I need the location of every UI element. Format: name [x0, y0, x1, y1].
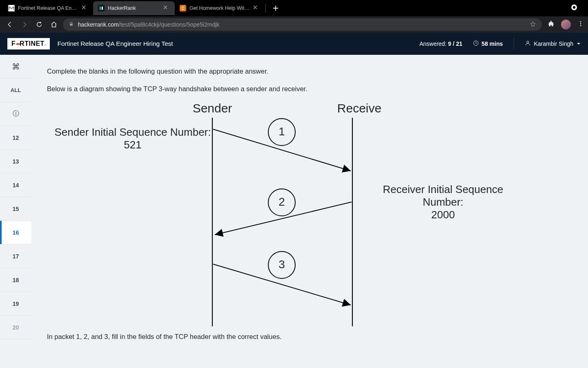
extensions-icon[interactable]: [548, 20, 555, 29]
tab-title: Fortinet Release QA Engineer H: [18, 5, 78, 11]
toolbar-right: [548, 20, 584, 29]
sidebar-all-button[interactable]: ALL: [0, 79, 31, 102]
svg-rect-3: [102, 7, 103, 10]
close-icon[interactable]: [163, 5, 170, 11]
user-name: Karambir Singh: [534, 40, 574, 47]
svg-rect-8: [70, 24, 73, 26]
back-button[interactable]: [4, 19, 16, 30]
fortinet-logo: F▪▪▪RTINET.: [7, 38, 50, 49]
star-icon[interactable]: [530, 21, 536, 29]
separator: [514, 38, 514, 50]
svg-rect-2: [100, 7, 101, 10]
header-right: Answered: 9 / 21 58 mins Karambir Singh: [419, 38, 581, 50]
tab-separator: [265, 4, 266, 13]
question-content: Complete the blanks in the following que…: [31, 55, 588, 368]
sidebar-q14[interactable]: 14: [0, 173, 31, 197]
sidebar-q18[interactable]: 18: [0, 268, 31, 292]
question-sidebar: ⌘ ALL ⓘ 12 13 14 15 16 17 18 19 20: [0, 55, 31, 368]
hackerrank-icon: [98, 5, 105, 11]
forward-button[interactable]: [19, 19, 30, 30]
lock-icon: [69, 21, 74, 28]
sidebar-q17[interactable]: 17: [0, 245, 31, 268]
time-remaining: 58 mins: [473, 40, 503, 47]
user-icon: [525, 40, 531, 47]
sidebar-q15[interactable]: 15: [0, 197, 31, 221]
tab-gmail[interactable]: Fortinet Release QA Engineer H: [3, 1, 93, 15]
sidebar-q16[interactable]: 16: [0, 221, 31, 245]
profile-avatar[interactable]: [561, 20, 571, 29]
sidebar-q13[interactable]: 13: [0, 150, 31, 173]
address-bar[interactable]: hackerrank.com/test/5pal8c4ckji/question…: [63, 18, 542, 31]
tab-chegg[interactable]: C Get Homework Help With Cheg: [175, 1, 265, 15]
svg-text:C: C: [181, 6, 185, 11]
app-header: F▪▪▪RTINET. Fortinet Release QA Engineer…: [0, 33, 588, 55]
answered-status: Answered: 9 / 21: [419, 40, 462, 47]
browser-chrome: Fortinet Release QA Engineer H HackerRan…: [0, 0, 588, 33]
test-title: Fortinet Release QA Engineer Hiring Test: [57, 40, 173, 47]
svg-rect-1: [98, 5, 105, 11]
sidebar-grid-button[interactable]: ⌘: [0, 55, 31, 79]
svg-point-11: [580, 25, 581, 26]
reload-button[interactable]: [33, 19, 45, 30]
tab-title: Get Homework Help With Cheg: [189, 5, 250, 11]
recording-icon[interactable]: [571, 4, 577, 12]
sidebar-q20[interactable]: 20: [0, 316, 31, 339]
svg-point-10: [580, 23, 581, 25]
url: hackerrank.com/test/5pal8c4ckji/question…: [78, 21, 219, 28]
gmail-icon: [8, 5, 15, 11]
question-instruction: Complete the blanks in the following que…: [47, 66, 572, 76]
packet-3-label: 3: [276, 258, 288, 271]
home-button[interactable]: [48, 19, 60, 30]
tab-hackerrank[interactable]: HackerRank: [93, 1, 175, 15]
sidebar-info-button[interactable]: ⓘ: [0, 102, 31, 126]
sidebar-q19[interactable]: 19: [0, 292, 31, 316]
chevron-down-icon: [577, 40, 581, 47]
packet-2-label: 2: [276, 195, 288, 209]
tab-title: HackerRank: [108, 5, 160, 11]
menu-icon[interactable]: [577, 20, 584, 29]
close-icon[interactable]: [253, 5, 260, 11]
clock-icon: [473, 40, 479, 47]
question-description: Below is a diagram showing the TCP 3-way…: [47, 84, 572, 94]
chegg-icon: C: [180, 5, 186, 11]
svg-point-7: [573, 6, 575, 9]
close-icon[interactable]: [82, 5, 88, 11]
user-menu[interactable]: Karambir Singh: [525, 40, 581, 47]
packet-1-label: 1: [276, 125, 288, 138]
tab-bar: Fortinet Release QA Engineer H HackerRan…: [0, 0, 588, 16]
app-body: ⌘ ALL ⓘ 12 13 14 15 16 17 18 19 20 Compl…: [0, 55, 588, 368]
svg-point-13: [527, 41, 529, 43]
tcp-handshake-diagram: Sender Receive Sender Initial Sequence N…: [47, 101, 572, 330]
question-task: In packet 1, 2, and 3, fill in the field…: [47, 333, 572, 341]
window-controls: [571, 4, 585, 12]
sidebar-q12[interactable]: 12: [0, 126, 31, 150]
new-tab-button[interactable]: [270, 2, 281, 14]
address-row: hackerrank.com/test/5pal8c4ckji/question…: [0, 16, 588, 33]
svg-point-9: [580, 21, 581, 22]
diagram-svg: [47, 101, 537, 330]
